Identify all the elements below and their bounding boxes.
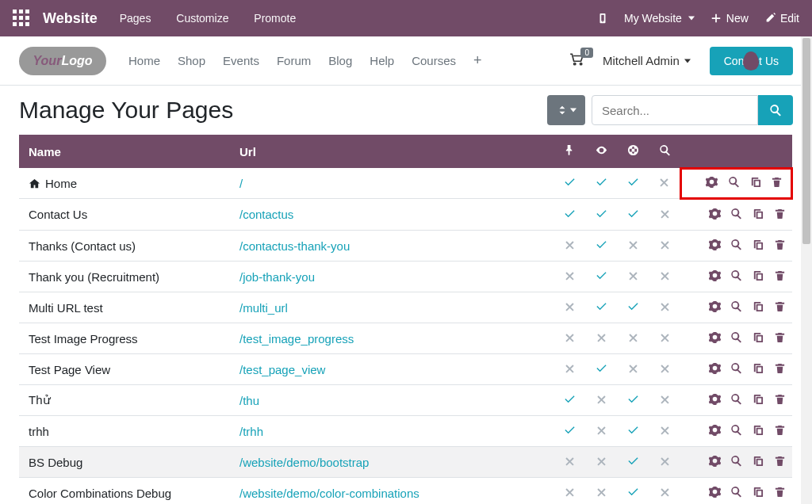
manage-button[interactable] <box>709 331 721 343</box>
logo[interactable]: YourLogo <box>19 47 106 75</box>
col-url[interactable]: Url <box>233 135 554 168</box>
delete-button[interactable] <box>774 486 786 498</box>
clone-button[interactable] <box>752 300 764 312</box>
gear-icon <box>709 331 721 343</box>
delete-button[interactable] <box>774 331 786 343</box>
cart-badge: 0 <box>580 48 593 58</box>
manage-button[interactable] <box>709 393 721 405</box>
optimize-button[interactable] <box>730 239 742 250</box>
delete-button[interactable] <box>774 269 786 281</box>
manage-button[interactable] <box>709 300 721 312</box>
cart-button[interactable]: 0 <box>569 52 584 70</box>
optimize-button[interactable] <box>730 393 742 405</box>
page-url-link[interactable]: /website/demo/bootstrap <box>239 456 369 469</box>
scrollbar-thumb[interactable] <box>802 38 810 244</box>
manage-button[interactable] <box>709 486 721 498</box>
page-url-link[interactable]: /website/demo/color-combinations <box>239 487 419 500</box>
optimize-button[interactable] <box>730 455 742 467</box>
website-selector[interactable]: My Website <box>624 12 695 25</box>
cell-seo <box>649 478 681 505</box>
optimize-button[interactable] <box>730 331 742 343</box>
delete-button[interactable] <box>774 239 786 250</box>
cell-seo <box>649 292 681 323</box>
optimize-button[interactable] <box>730 362 742 374</box>
col-indexed[interactable] <box>618 135 649 168</box>
delete-button[interactable] <box>774 393 786 405</box>
page-url-link[interactable]: /contactus-thank-you <box>239 239 350 253</box>
page-url-link[interactable]: /contactus <box>239 208 293 221</box>
manage-button[interactable] <box>706 176 718 188</box>
contact-us-button[interactable]: Contact Us <box>710 47 793 75</box>
clone-button[interactable] <box>752 393 764 405</box>
manage-button[interactable] <box>709 455 721 467</box>
copy-icon <box>752 455 764 467</box>
col-published[interactable] <box>586 135 618 168</box>
menu-promote[interactable]: Promote <box>254 12 296 25</box>
page-url-link[interactable]: /job-thank-you <box>239 270 315 284</box>
search-input[interactable] <box>592 95 758 125</box>
delete-button[interactable] <box>771 176 783 188</box>
plus-icon <box>710 13 722 24</box>
page-url-link[interactable]: /test_page_view <box>239 363 325 376</box>
menu-pages[interactable]: Pages <box>120 12 151 25</box>
delete-button[interactable] <box>774 455 786 467</box>
manage-button[interactable] <box>709 208 721 220</box>
brand[interactable]: Website <box>43 10 98 27</box>
search-icon <box>730 486 742 498</box>
menu-customize[interactable]: Customize <box>176 12 228 25</box>
nav-home[interactable]: Home <box>128 54 160 67</box>
user-menu[interactable]: Mitchell Admin <box>603 54 691 67</box>
sort-button[interactable] <box>547 95 585 125</box>
col-name[interactable]: Name <box>19 135 233 168</box>
clone-button[interactable] <box>752 455 764 467</box>
delete-button[interactable] <box>774 362 786 374</box>
cell-seo <box>649 231 681 262</box>
edit-button[interactable]: Edit <box>764 12 799 25</box>
optimize-button[interactable] <box>730 208 742 220</box>
clone-button[interactable] <box>752 486 764 498</box>
search-button[interactable] <box>758 95 793 125</box>
clone-button[interactable] <box>752 239 764 250</box>
delete-button[interactable] <box>774 424 786 436</box>
nav-add-icon[interactable]: + <box>473 52 482 69</box>
cell-published <box>586 416 618 447</box>
optimize-button[interactable] <box>730 486 742 498</box>
clone-button[interactable] <box>752 208 764 220</box>
cell-published <box>586 478 618 505</box>
nav-courses[interactable]: Courses <box>412 54 456 67</box>
scrollbar-track[interactable] <box>801 36 812 504</box>
clone-button[interactable] <box>752 424 764 436</box>
manage-button[interactable] <box>709 424 721 436</box>
page-url-link[interactable]: /thu <box>239 394 259 407</box>
new-button[interactable]: New <box>710 12 749 25</box>
delete-button[interactable] <box>774 300 786 312</box>
clone-button[interactable] <box>749 176 761 188</box>
manage-button[interactable] <box>709 239 721 250</box>
page-url-link[interactable]: / <box>239 177 243 190</box>
clone-button[interactable] <box>752 362 764 374</box>
clone-button[interactable] <box>752 269 764 281</box>
optimize-button[interactable] <box>730 269 742 281</box>
page-url-link[interactable]: /trhh <box>239 425 263 438</box>
clone-button[interactable] <box>752 331 764 343</box>
delete-button[interactable] <box>774 208 786 220</box>
manage-button[interactable] <box>709 362 721 374</box>
optimize-button[interactable] <box>730 300 742 312</box>
col-seo[interactable] <box>649 135 681 168</box>
table-row: Thank you (Recruitment) /job-thank-you <box>19 262 792 292</box>
nav-help[interactable]: Help <box>370 54 394 67</box>
mobile-preview-button[interactable] <box>597 13 608 24</box>
nav-blog[interactable]: Blog <box>328 54 352 67</box>
search-icon <box>730 269 742 281</box>
apps-icon[interactable] <box>13 10 30 27</box>
nav-forum[interactable]: Forum <box>277 54 311 67</box>
manage-button[interactable] <box>709 269 721 281</box>
nav-shop[interactable]: Shop <box>178 54 205 67</box>
optimize-button[interactable] <box>730 424 742 436</box>
nav-events[interactable]: Events <box>223 54 259 67</box>
row-actions <box>681 168 792 199</box>
optimize-button[interactable] <box>728 176 740 188</box>
page-url-link[interactable]: /test_image_progress <box>239 332 354 346</box>
col-pin[interactable] <box>554 135 586 168</box>
page-url-link[interactable]: /multi_url <box>239 301 288 315</box>
